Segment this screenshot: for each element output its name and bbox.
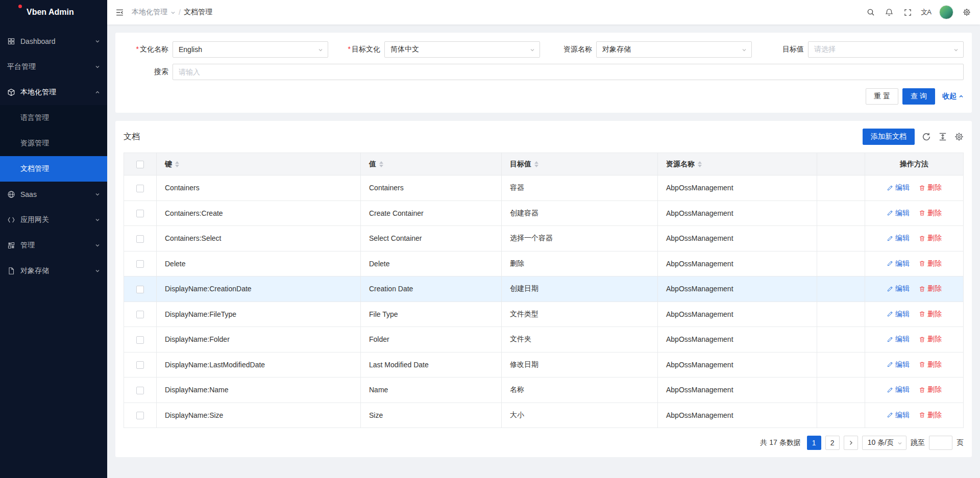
delete-button[interactable]: 删除 [919,335,942,344]
cell-value: Creation Date [361,276,502,302]
page-button-2[interactable]: 2 [825,436,840,450]
trash-icon [919,235,925,242]
row-checkbox[interactable] [136,185,144,192]
delete-button[interactable]: 删除 [919,411,942,420]
pencil-icon [887,412,893,418]
edit-button[interactable]: 编辑 [887,335,910,344]
sidebar-item-language-management[interactable]: 语言管理 [0,105,107,131]
edit-button[interactable]: 编辑 [887,411,910,420]
sidebar-item-dashboard[interactable]: Dashboard [0,29,107,54]
edit-button[interactable]: 编辑 [887,234,910,243]
settings-gear-icon[interactable] [958,0,976,24]
jump-page-input[interactable] [929,436,952,450]
sort-icons[interactable] [698,161,702,167]
settings-icon[interactable] [954,132,964,141]
edit-button[interactable]: 编辑 [887,183,910,192]
page-size-select[interactable]: 10 条/页 [862,436,906,450]
delete-button[interactable]: 删除 [919,385,942,394]
sidebar-item-localization-management[interactable]: 本地化管理 [0,80,107,105]
cube-icon [7,88,15,96]
row-checkbox[interactable] [136,387,144,394]
table-toolbar: 文档 添加新文档 [124,121,964,153]
row-checkbox[interactable] [136,361,144,369]
table-row: DisplayName:Name Name 名称 AbpOssManagemen… [124,378,964,403]
fullscreen-icon[interactable] [898,0,917,24]
delete-button[interactable]: 删除 [919,209,942,218]
table-row: DisplayName:LastModifiedDate Last Modifi… [124,352,964,378]
filter-actions: 重 置 查 询 收起 [124,88,964,105]
edit-button[interactable]: 编辑 [887,259,910,268]
row-checkbox[interactable] [136,412,144,419]
column-header-value[interactable]: 值 [361,153,502,175]
sidebar-item-platform-management[interactable]: 平台管理 [0,54,107,80]
menu-fold-icon[interactable] [110,0,129,24]
file-icon [7,267,15,275]
delete-button[interactable]: 删除 [919,259,942,268]
collapse-toggle[interactable]: 收起 [942,92,964,101]
delete-button[interactable]: 删除 [919,284,942,293]
row-checkbox[interactable] [136,286,144,293]
edit-button[interactable]: 编辑 [887,360,910,369]
pencil-icon [887,185,893,191]
field-culture-name: *文化名称 English [124,41,328,58]
page-button-1[interactable]: 1 [807,436,821,450]
sort-icons[interactable] [175,161,179,167]
chevron-down-icon [897,441,902,446]
sidebar-item-resource-management[interactable]: 资源管理 [0,131,107,156]
logo[interactable]: Vben Admin [0,0,107,24]
delete-button[interactable]: 删除 [919,234,942,243]
delete-button[interactable]: 删除 [919,360,942,369]
row-checkbox[interactable] [136,210,144,217]
bell-icon[interactable] [880,0,898,24]
refresh-icon[interactable] [922,132,931,141]
translate-icon[interactable]: 文A [917,0,935,24]
culture-name-select[interactable]: English [173,41,328,58]
cell-value: File Type [361,301,502,327]
target-value-select[interactable]: 请选择 [808,41,964,58]
cell-resource-name: AbpOssManagement [658,251,817,276]
add-document-button[interactable]: 添加新文档 [863,129,915,145]
search-icon[interactable] [862,0,880,24]
edit-button[interactable]: 编辑 [887,385,910,394]
trash-icon [919,361,925,368]
row-checkbox[interactable] [136,311,144,318]
sidebar-item-management[interactable]: 管理 [0,233,107,258]
column-header-resource-name[interactable]: 资源名称 [658,153,817,175]
resource-name-select[interactable]: 对象存储 [596,41,752,58]
avatar[interactable] [939,5,953,19]
pencil-icon [887,260,893,267]
edit-button[interactable]: 编辑 [887,310,910,319]
sidebar-item-saas[interactable]: Saas [0,182,107,207]
next-page-button[interactable] [844,436,858,450]
cell-empty [817,226,865,251]
column-header-target-value[interactable]: 目标值 [502,153,658,175]
sidebar-item-object-storage[interactable]: 对象存储 [0,258,107,284]
row-checkbox[interactable] [136,336,144,344]
sidebar-menu: Dashboard 平台管理 本地化管理 [0,24,107,478]
table-row: Containers Containers 容器 AbpOssManagemen… [124,175,964,201]
cell-value: Delete [361,251,502,276]
column-header-key[interactable]: 键 [157,153,361,175]
edit-button[interactable]: 编辑 [887,284,910,293]
cell-actions: 编辑 删除 [865,175,964,201]
sort-icons[interactable] [379,161,383,167]
delete-button[interactable]: 删除 [919,183,942,192]
delete-button[interactable]: 删除 [919,310,942,319]
reset-button[interactable]: 重 置 [866,88,898,105]
cell-resource-name: AbpOssManagement [658,200,817,226]
cell-key: Containers [157,175,361,201]
column-height-icon[interactable] [938,132,947,141]
query-button[interactable]: 查 询 [902,88,935,105]
edit-button[interactable]: 编辑 [887,209,910,218]
required-star: * [136,45,139,53]
select-all-checkbox[interactable] [136,161,144,168]
app-root: Vben Admin Dashboard 平台管理 [0,0,980,478]
sidebar-item-app-gateway[interactable]: 应用网关 [0,207,107,233]
row-checkbox[interactable] [136,235,144,243]
sort-icons[interactable] [534,161,538,167]
target-culture-select[interactable]: 简体中文 [384,41,540,58]
search-input[interactable] [173,64,964,80]
sidebar-item-document-management[interactable]: 文档管理 [0,156,107,182]
row-checkbox[interactable] [136,260,144,268]
breadcrumb-parent[interactable]: 本地化管理 [132,8,167,17]
